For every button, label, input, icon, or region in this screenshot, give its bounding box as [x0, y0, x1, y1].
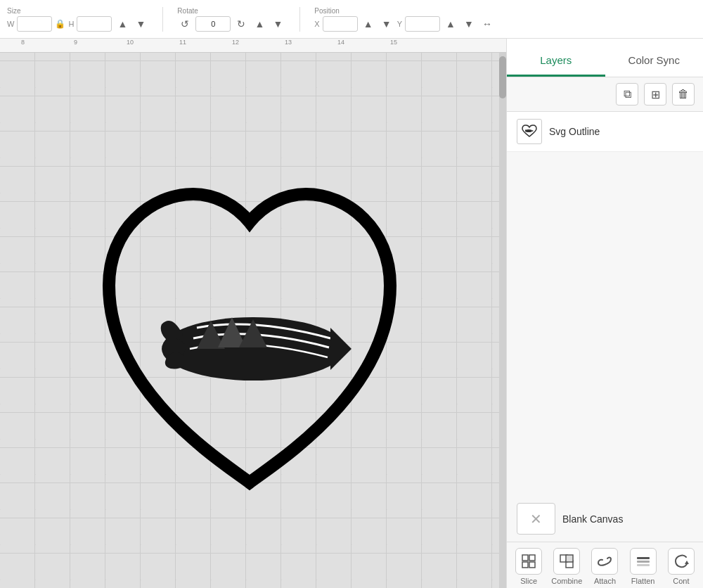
y-up-btn[interactable]: ▲ [443, 16, 458, 32]
rotate-cw-btn[interactable]: ↻ [233, 16, 249, 32]
y-label: Y [397, 20, 402, 28]
slice-icon-btn[interactable] [515, 548, 542, 575]
panel-icon-bar: ⧉ ⊞ 🗑 [507, 77, 703, 112]
ruler-15: 15 [390, 39, 397, 46]
ruler-14: 14 [337, 39, 344, 46]
slice-icon [521, 554, 536, 569]
main-area: 8 9 10 11 12 13 14 15 [0, 39, 703, 588]
duplicate-layer-btn[interactable]: ⧉ [616, 83, 638, 106]
lock-icon: 🔒 [55, 19, 65, 29]
size-down-btn[interactable]: ▼ [133, 16, 148, 32]
delete-layer-btn[interactable]: 🗑 [672, 83, 695, 106]
flatten-icon-btn[interactable] [630, 548, 657, 575]
height-input[interactable] [77, 16, 112, 32]
combine-icon-btn[interactable] [553, 548, 580, 575]
ruler-13: 13 [285, 39, 292, 46]
x-up-btn[interactable]: ▲ [361, 16, 376, 32]
svg-rect-2 [522, 555, 528, 561]
x-down-btn[interactable]: ▼ [379, 16, 394, 32]
y-down-btn[interactable]: ▼ [461, 16, 477, 32]
y-input[interactable] [405, 16, 440, 32]
action-flatten[interactable]: Flatten [626, 548, 661, 585]
x-label: X [314, 20, 319, 28]
svg-marker-12 [685, 561, 689, 564]
divider-2 [299, 7, 300, 32]
ruler-horizontal: 8 9 10 11 12 13 14 15 [0, 39, 506, 53]
slice-label: Slice [520, 577, 537, 585]
mirror-btn[interactable]: ↔ [479, 16, 495, 32]
divider-1 [162, 7, 163, 32]
rotate-label: Rotate [177, 7, 198, 15]
blank-canvas-x-icon: ✕ [530, 511, 542, 528]
position-group: Position X ▲ ▼ Y ▲ ▼ ↔ [314, 7, 495, 32]
layer-name: Svg Outline [549, 126, 600, 137]
ruler-11: 11 [179, 39, 186, 46]
attach-icon-btn[interactable] [591, 548, 618, 575]
size-label: Size [7, 7, 20, 15]
panel-tabs: Layers Color Sync [507, 39, 703, 77]
combine-icon [559, 554, 574, 569]
tab-color-sync[interactable]: Color Sync [605, 46, 704, 77]
svg-point-1 [525, 129, 532, 132]
right-panel: Layers Color Sync ⧉ ⊞ 🗑 Svg Outline [506, 39, 703, 588]
flatten-icon [636, 554, 651, 569]
panel-bottom: Slice Combine [507, 542, 703, 588]
w-label: W [7, 20, 14, 28]
action-combine[interactable]: Combine [549, 548, 584, 585]
svg-rect-3 [529, 555, 535, 561]
action-slice[interactable]: Slice [511, 548, 546, 585]
panel-spacer [507, 152, 703, 496]
blank-canvas-thumbnail: ✕ [517, 503, 555, 535]
canvas-content [0, 53, 499, 588]
width-input[interactable] [17, 16, 52, 32]
x-input[interactable] [323, 16, 358, 32]
cont-label: Cont [673, 577, 689, 585]
svg-rect-8 [566, 555, 573, 562]
rotate-up-btn[interactable]: ▲ [252, 16, 267, 32]
ruler-9: 9 [74, 39, 77, 46]
h-label: H [68, 20, 74, 28]
group-layer-btn[interactable]: ⊞ [644, 83, 666, 106]
attach-icon [597, 554, 612, 569]
layer-thumb-svg [520, 124, 539, 139]
size-group: Size W 🔒 H ▲ ▼ [7, 7, 148, 32]
attach-label: Attach [594, 577, 616, 585]
scrollbar-vertical[interactable] [499, 53, 506, 588]
action-cont[interactable]: Cont [664, 548, 699, 585]
rotate-input[interactable] [195, 16, 231, 32]
layer-thumbnail [517, 119, 542, 144]
blank-canvas-label: Blank Canvas [562, 513, 623, 525]
bottom-actions: Slice Combine [507, 542, 703, 588]
flatten-label: Flatten [631, 577, 655, 585]
ruler-8: 8 [21, 39, 25, 46]
rotate-group: Rotate ↺ ↻ ▲ ▼ [177, 7, 285, 32]
size-up-btn[interactable]: ▲ [115, 16, 130, 32]
design-svg [67, 124, 432, 518]
rotate-down-btn[interactable]: ▼ [270, 16, 285, 32]
ruler-10: 10 [127, 39, 134, 46]
svg-rect-4 [522, 562, 528, 568]
toolbar: Size W 🔒 H ▲ ▼ Rotate ↺ ↻ ▲ ▼ Position X… [0, 0, 703, 39]
ruler-12: 12 [232, 39, 239, 46]
action-attach[interactable]: Attach [587, 548, 622, 585]
scrollbar-thumb[interactable] [499, 56, 506, 98]
rotate-ccw-btn[interactable]: ↺ [177, 16, 193, 32]
svg-rect-10 [637, 561, 650, 563]
canvas-area[interactable]: 8 9 10 11 12 13 14 15 [0, 39, 506, 588]
tab-layers[interactable]: Layers [507, 46, 605, 77]
layer-item[interactable]: Svg Outline [507, 112, 703, 152]
cont-icon [673, 554, 689, 569]
position-label: Position [314, 7, 340, 15]
blank-canvas-area[interactable]: ✕ Blank Canvas [517, 503, 693, 535]
svg-rect-9 [637, 557, 650, 559]
svg-rect-5 [529, 562, 535, 568]
svg-rect-11 [637, 564, 650, 566]
combine-label: Combine [551, 577, 582, 585]
cont-icon-btn[interactable] [668, 548, 695, 575]
